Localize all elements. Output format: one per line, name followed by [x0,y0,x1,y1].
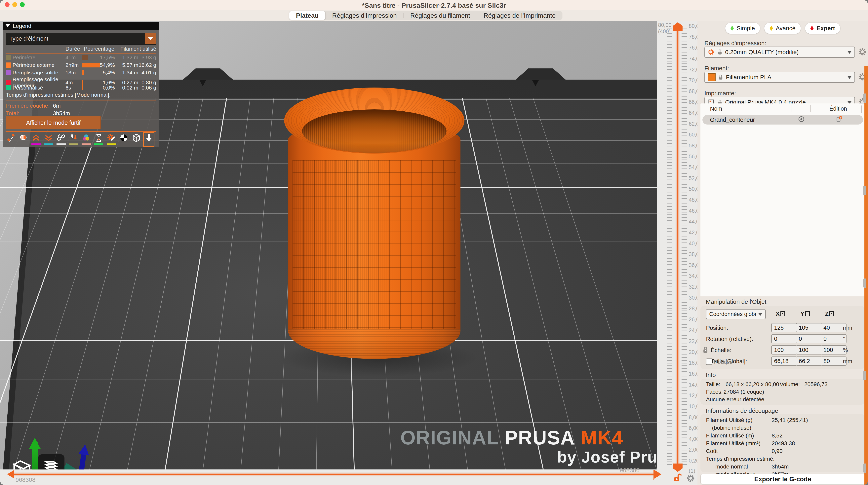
move-slider-right-value: 968386 [620,467,640,474]
manip-input-x[interactable] [771,345,797,355]
scrollbar-thumb[interactable] [861,105,862,114]
slicing-label: Filament Utilisé (g) [706,417,772,423]
stealth-mode-button[interactable]: Afficher le mode furtif [6,116,101,129]
tab-r-glages-d-impression[interactable]: Réglages d'Impression [326,11,404,20]
wipe-icon[interactable] [19,133,28,146]
slicing-label: Filament Utilisé (m) [706,432,772,439]
coordinates-dropdown[interactable]: Coordonnées globales [706,309,766,319]
slicing-value [772,425,860,431]
preview-layers-button[interactable] [38,454,64,470]
slicing-info-panel: Filament Utilisé (g)25,41 (255,41)(bobin… [701,414,865,472]
manip-input-y[interactable] [796,334,822,343]
dropdown-arrow-icon[interactable] [145,33,156,44]
legend-panel: Legend Type d'élément Durée Pourcentage … [3,22,159,147]
feature-color-swatch [6,55,11,60]
current-move-icon[interactable] [144,133,153,146]
export-gcode-button[interactable]: Exporter le G-code [701,474,865,484]
filament-label: Filament: [705,65,729,72]
manip-input-z[interactable] [820,334,846,343]
manip-input-z[interactable] [820,345,846,355]
scale-lock-icon[interactable] [702,346,709,354]
viewport-3d[interactable]: ORIGINAL PRUSA MK4 by Josef Prus Legend [0,21,657,470]
mode-switcher: SimpleAvancéExpert [698,23,868,34]
chevron-down-icon [847,51,852,56]
manip-input-x[interactable] [771,356,797,366]
model-cylinder-body[interactable] [288,132,461,359]
slicing-label: Coût [706,448,772,454]
mode-simple[interactable]: Simple [725,23,760,34]
manip-input-y[interactable] [796,356,822,366]
move-slider-track[interactable] [11,474,655,475]
tab-r-glages-de-l-imprimante[interactable]: Réglages de l'Imprimante [477,11,562,20]
manip-row: Rotation (relative):° [701,334,865,343]
mode-diamond-icon [731,26,734,31]
slicing-value: 25,41 (255,41) [772,417,860,423]
total-time: Total:3h54m [6,110,19,117]
prusaslicer-window: *Sans titre - PrusaSlicer-2.7.4 basé sur… [0,0,868,485]
manip-input-x[interactable] [771,323,797,332]
layer-slider-bottom-count: (1) [689,468,695,474]
manip-input-z[interactable] [820,356,846,366]
object-row-grand-conteneur[interactable]: Grand_conteneur [703,115,863,125]
manip-row: Position:mm [701,323,865,332]
retractions-icon[interactable] [31,133,40,146]
layer-slider-top-thumb[interactable] [673,22,683,31]
manip-input-y[interactable] [796,345,822,355]
edit-print-settings-gear[interactable] [858,47,867,56]
legend-row[interactable]: Périmètre41m17,5%1.32 m3.93 g [3,54,159,61]
tab-plateau[interactable]: Plateau [289,11,326,20]
move-slider: 968308 968386 [0,470,657,485]
manipulation-panel: Coordonnées globales X Y Z Position:mmRo… [701,306,865,369]
feature-color-swatch [6,80,11,85]
custom-gcode-icon[interactable] [107,133,116,146]
slicing-value: 8,52 [772,432,860,439]
feature-color-swatch [6,85,11,90]
edge-nub [863,463,866,473]
legend-row[interactable]: Remplissage solide supérieur4m1,6%0.27 m… [3,76,159,84]
legend-row[interactable]: Remplissage solide13m5,4%1.34 m4.01 g [3,69,159,76]
inches-label: Pouces [714,359,733,365]
legend-row[interactable]: Personnalisé6s0,0%0.02 m0.06 g [3,84,159,92]
3d-view-button[interactable] [9,454,35,470]
slider-settings-gear-icon[interactable] [686,474,695,483]
travel-icon[interactable] [6,133,16,146]
slicing-label: (bobine incluse) [706,425,772,431]
manip-input-z[interactable] [820,323,846,332]
shells-icon[interactable] [132,133,141,146]
filament-dropdown[interactable]: Fillamentum PLA [705,72,855,83]
chevron-down-icon [847,76,852,81]
seams-icon[interactable] [57,133,66,146]
legend-header[interactable]: Legend [3,22,159,30]
layer-slider-bottom-thumb[interactable] [673,463,683,472]
layer-slider: 80,00(400) 80,0078,0076,0074,0072,0070,0… [657,21,698,485]
edge-nub [863,94,866,103]
layer-slider-track[interactable] [677,30,678,465]
print-settings-dropdown[interactable]: 0.20mm QUALITY (modifié) [705,46,855,58]
pause-prints-icon[interactable] [94,133,103,146]
center-of-mass-icon[interactable] [119,133,128,146]
legend-row[interactable]: Périmètre externe2h9m54,9%5.57 m16.62 g [3,61,159,69]
view-type-dropdown[interactable]: Type d'élément [6,33,156,44]
unlock-icon[interactable] [672,473,682,483]
tool-changes-icon[interactable] [69,133,78,146]
deretractions-icon[interactable] [44,133,53,146]
preview-feature-toolbar [6,133,153,146]
tab-bar: PlateauRéglages d'ImpressionRéglages du … [0,10,868,21]
eye-icon[interactable] [798,116,805,124]
tab-r-glages-du-filament[interactable]: Réglages du filament [404,11,477,20]
modified-gear-icon [708,48,715,56]
chevron-down-icon [758,313,763,318]
mode-expert[interactable]: Expert [805,23,840,34]
gizmo-edge-strip [864,66,868,485]
manipulation-title: Manipulation de l'Objet [706,298,766,305]
edit-object-icon[interactable] [835,116,843,124]
feature-color-swatch [6,70,11,75]
manip-input-y[interactable] [796,323,822,332]
mode-avancé[interactable]: Avancé [764,23,801,34]
inches-checkbox[interactable] [706,358,712,365]
color-changes-icon[interactable] [82,133,91,146]
move-slider-left-thumb[interactable] [7,470,14,479]
manip-input-x[interactable] [771,334,797,343]
slicing-value: 0,90 [772,448,860,454]
edge-nub [863,371,866,380]
